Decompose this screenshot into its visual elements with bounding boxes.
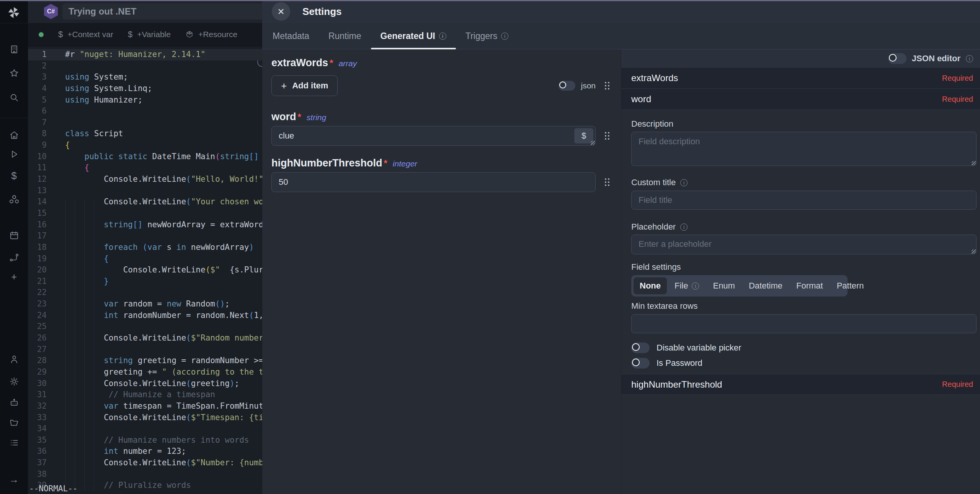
line-number: 1 bbox=[28, 49, 47, 60]
option-file[interactable]: Filei bbox=[668, 277, 705, 294]
code-text bbox=[47, 186, 65, 195]
code-text: { bbox=[47, 254, 109, 263]
code-text bbox=[47, 118, 65, 127]
description-textarea[interactable] bbox=[631, 132, 977, 166]
script-title: Trying out .NET bbox=[69, 6, 136, 17]
props-topbar: JSON editor i bbox=[621, 49, 980, 68]
vim-mode-indicator: --NORMAL-- bbox=[29, 484, 77, 493]
code-text: } bbox=[47, 277, 109, 286]
workers-robot-icon[interactable] bbox=[9, 397, 19, 408]
line-number: 15 bbox=[28, 208, 47, 219]
code-text: Console.WriteLine("Hello, World!"); bbox=[47, 174, 273, 184]
json-toggle-label: json bbox=[581, 81, 596, 90]
add-context-var-button[interactable]: $ +Context var bbox=[58, 29, 113, 39]
code-text: // Humanize numbers into words bbox=[47, 435, 249, 445]
resize-handle[interactable] bbox=[591, 141, 595, 145]
line-number: 6 bbox=[28, 106, 47, 117]
workspace-building-icon[interactable] bbox=[9, 44, 19, 54]
folders-icon[interactable] bbox=[9, 417, 19, 427]
runs-play-icon[interactable] bbox=[9, 149, 19, 159]
collapse-arrow-icon[interactable]: → bbox=[9, 474, 19, 484]
drag-handle[interactable] bbox=[604, 81, 610, 90]
option-enum[interactable]: Enum bbox=[707, 277, 741, 294]
home-icon[interactable] bbox=[9, 130, 19, 140]
line-number: 17 bbox=[28, 230, 47, 242]
favorites-star-icon[interactable] bbox=[9, 68, 19, 78]
settings-title: Settings bbox=[302, 6, 342, 18]
info-icon: i bbox=[680, 179, 688, 186]
line-number: 34 bbox=[28, 423, 47, 435]
info-icon: i bbox=[439, 33, 446, 40]
field-name: word bbox=[271, 111, 296, 123]
line-number: 30 bbox=[28, 378, 47, 390]
add-resource-label: +Resource bbox=[198, 30, 237, 39]
option-format[interactable]: Format bbox=[790, 277, 829, 294]
logs-list-icon[interactable] bbox=[9, 437, 19, 448]
line-number: 25 bbox=[28, 321, 47, 333]
tab-metadata[interactable]: Metadata bbox=[263, 23, 319, 49]
code-text bbox=[47, 322, 65, 331]
prop-row-extrawords[interactable]: extraWords Required bbox=[621, 68, 980, 89]
threshold-input[interactable] bbox=[271, 172, 596, 192]
resize-handle[interactable] bbox=[972, 249, 976, 254]
code-text: var random = new Random(); bbox=[47, 299, 230, 308]
field-settings-segmented: None Filei Enum Datetime Format Pattern bbox=[631, 275, 848, 297]
line-number: 18 bbox=[28, 242, 47, 253]
box-icon bbox=[185, 30, 194, 39]
indent-guide bbox=[65, 199, 65, 492]
line-number: 13 bbox=[28, 185, 47, 197]
info-icon: i bbox=[966, 55, 973, 62]
word-input[interactable] bbox=[271, 126, 596, 146]
code-text: { bbox=[47, 163, 89, 172]
field-properties-panel: JSON editor i extraWords Required word R… bbox=[621, 49, 980, 494]
line-number: 37 bbox=[28, 457, 47, 469]
windmill-logo-icon[interactable] bbox=[7, 5, 21, 20]
info-icon: i bbox=[501, 33, 508, 40]
min-rows-label: Min textarea rows bbox=[631, 301, 977, 311]
custom-title-input[interactable] bbox=[631, 191, 977, 210]
dollar-icon: $ bbox=[58, 29, 63, 39]
add-resource-button[interactable]: +Resource bbox=[185, 30, 237, 39]
min-rows-input[interactable] bbox=[631, 314, 977, 333]
disable-variable-picker-row: Disable variable picker bbox=[631, 342, 977, 353]
tab-runtime[interactable]: Runtime bbox=[319, 23, 371, 49]
json-toggle[interactable] bbox=[559, 81, 575, 91]
settings-gear-icon[interactable] bbox=[9, 376, 19, 386]
option-pattern[interactable]: Pattern bbox=[831, 277, 870, 294]
add-variable-button[interactable]: $ +Variable bbox=[128, 29, 171, 39]
tab-triggers[interactable]: Triggers i bbox=[456, 23, 518, 49]
schedules-calendar-icon[interactable] bbox=[9, 230, 19, 240]
code-text bbox=[47, 288, 65, 297]
line-number: 16 bbox=[28, 219, 47, 231]
is-password-toggle[interactable] bbox=[631, 358, 650, 368]
disable-variable-picker-toggle[interactable] bbox=[631, 342, 650, 353]
line-number: 19 bbox=[28, 253, 47, 265]
create-plus-icon[interactable]: + bbox=[9, 271, 19, 282]
add-item-button[interactable]: + Add item bbox=[271, 75, 338, 96]
option-none[interactable]: None bbox=[634, 277, 667, 294]
option-datetime[interactable]: Datetime bbox=[743, 277, 789, 294]
line-number: 7 bbox=[28, 117, 47, 129]
json-editor-toggle[interactable] bbox=[888, 53, 906, 64]
prop-row-threshold[interactable]: highNumberThreshold Required bbox=[621, 374, 980, 395]
generated-form: extraWords * array + Add item json word … bbox=[262, 49, 621, 494]
tab-generated-ui[interactable]: Generated UI i bbox=[371, 23, 456, 49]
drag-handle[interactable] bbox=[604, 178, 610, 187]
code-text: #r "nuget: Humanizer, 2.14.1" bbox=[47, 50, 206, 59]
drag-handle[interactable] bbox=[604, 131, 610, 140]
rail-divider bbox=[0, 118, 28, 118]
flows-route-icon[interactable] bbox=[9, 252, 19, 262]
option-label: Datetime bbox=[749, 281, 782, 291]
resources-cubes-icon[interactable] bbox=[9, 194, 19, 204]
account-person-icon[interactable] bbox=[9, 354, 19, 364]
required-badge: Required bbox=[942, 380, 973, 389]
script-title-input[interactable]: Trying out .NET bbox=[62, 3, 279, 20]
search-icon[interactable] bbox=[9, 92, 19, 103]
line-number: 9 bbox=[28, 140, 47, 151]
close-icon[interactable]: × bbox=[272, 2, 290, 21]
placeholder-textarea[interactable] bbox=[631, 235, 977, 254]
variables-dollar-icon[interactable]: $ bbox=[9, 170, 19, 181]
resize-handle[interactable] bbox=[972, 161, 976, 165]
prop-row-word[interactable]: word Required bbox=[621, 89, 980, 110]
field-type: integer bbox=[393, 159, 417, 168]
